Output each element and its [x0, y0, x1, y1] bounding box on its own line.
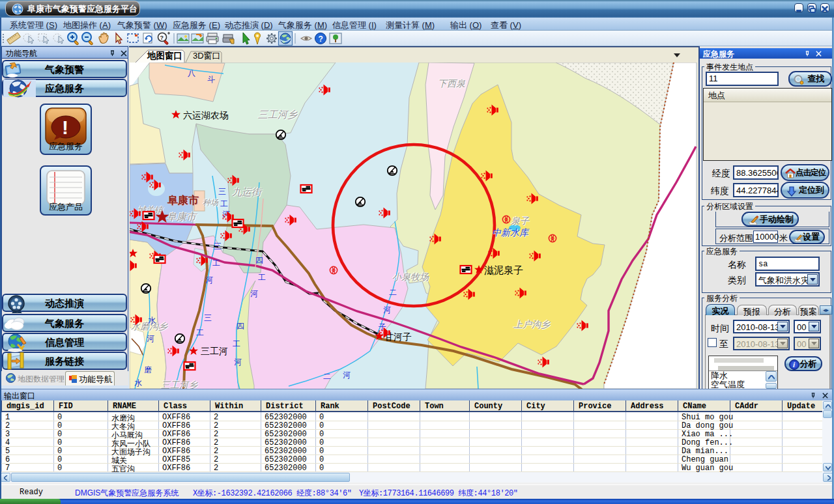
svg-text:工: 工: [220, 199, 228, 208]
svg-text:?: ?: [160, 35, 164, 41]
svg-text:二: 二: [389, 288, 397, 297]
svg-text:三: 三: [214, 242, 222, 251]
svg-text:下西泉: 下西泉: [438, 78, 465, 89]
svg-text:三工河乡: 三工河乡: [161, 380, 198, 389]
svg-text:八: 八: [188, 68, 195, 77]
svg-text:河: 河: [234, 357, 242, 367]
svg-text:地图窗口: 地图窗口: [147, 51, 182, 61]
svg-text:河: 河: [343, 371, 351, 380]
svg-text:三: 三: [204, 313, 212, 322]
svg-text:六运湖农场: 六运湖农场: [183, 110, 229, 120]
svg-text:工: 工: [196, 328, 204, 337]
svg-text:泉子: 泉子: [511, 216, 530, 226]
svg-text:上户沟乡: 上户沟乡: [513, 319, 551, 329]
svg-text:滋泥泉子: 滋泥泉子: [484, 264, 523, 275]
svg-text:工: 工: [212, 259, 220, 268]
svg-text:二: 二: [323, 372, 331, 381]
svg-text:阜康市: 阜康市: [167, 211, 197, 222]
svg-text:阜康市: 阜康市: [167, 194, 199, 206]
svg-text:水: 水: [148, 316, 156, 325]
svg-text:河: 河: [147, 334, 154, 343]
svg-text:斗: 斗: [207, 75, 215, 84]
svg-text:三工河乡: 三工河乡: [258, 109, 298, 120]
svg-text:种场: 种场: [203, 198, 219, 207]
svg-text:四: 四: [237, 322, 244, 331]
svg-text:工: 工: [258, 273, 266, 282]
svg-text:?: ?: [319, 35, 323, 44]
svg-text:3D窗口: 3D窗口: [193, 51, 221, 61]
svg-text:河: 河: [205, 275, 213, 285]
svg-text:中新水库: 中新水库: [492, 227, 530, 238]
svg-text:三工河: 三工河: [201, 346, 228, 356]
svg-text:磨: 磨: [144, 365, 152, 374]
svg-text:三: 三: [218, 187, 226, 196]
svg-text:小泉牧场: 小泉牧场: [392, 272, 429, 282]
svg-text:水: 水: [134, 378, 142, 387]
svg-text:河: 河: [383, 305, 391, 315]
svg-text:九运街: 九运街: [232, 186, 263, 197]
svg-text:四: 四: [255, 256, 263, 265]
svg-text:工: 工: [233, 339, 240, 348]
svg-text:!: !: [62, 117, 68, 138]
svg-text:河: 河: [250, 289, 258, 298]
